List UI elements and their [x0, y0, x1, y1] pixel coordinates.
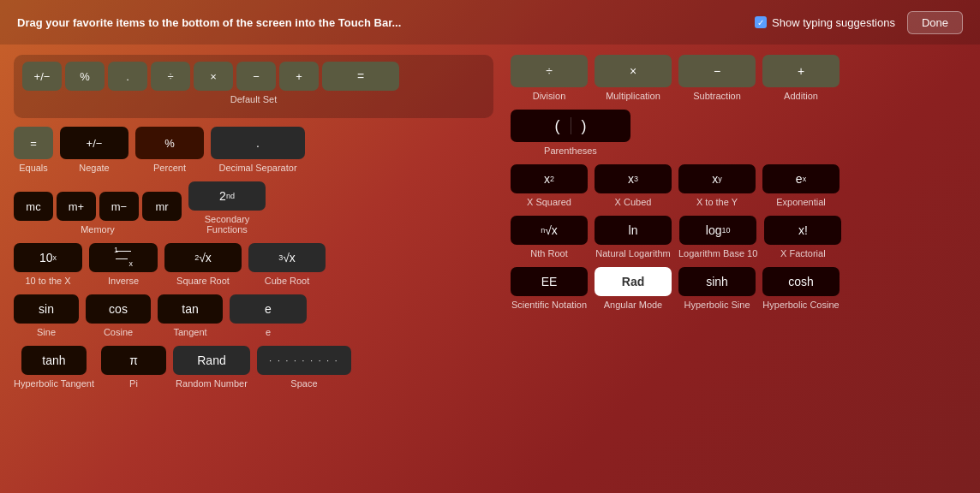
key-secondary[interactable]: 2nd — [188, 181, 266, 211]
left-panel: +/− % . ÷ × − + = Default Set = Equals +… — [14, 55, 493, 397]
item-secondary: 2nd SecondaryFunctions — [188, 181, 266, 235]
label-addition: Addition — [784, 91, 818, 101]
label-sin: Sine — [37, 327, 56, 337]
header-controls: ✓ Show typing suggestions Done — [755, 11, 963, 34]
key-10x[interactable]: 10x — [14, 243, 82, 272]
key-multiplication[interactable]: × — [595, 55, 672, 87]
key-add-default[interactable]: + — [279, 62, 319, 91]
key-ee[interactable]: EE — [511, 267, 588, 296]
item-cos: cos Cosine — [86, 294, 151, 337]
label-inverse: Inverse — [108, 276, 139, 286]
default-set-container: +/− % . ÷ × − + = Default Set — [14, 55, 493, 118]
show-typing-label: Show typing suggestions — [772, 16, 895, 29]
key-tan[interactable]: tan — [158, 294, 223, 324]
item-parentheses: ( ) Parentheses — [511, 110, 630, 156]
key-inverse[interactable]: 1—x — [89, 243, 158, 272]
key-cuberoot[interactable]: 3√x — [248, 243, 326, 272]
key-xsquared[interactable]: x2 — [511, 164, 588, 193]
header: Drag your favorite items to the bottom o… — [0, 0, 980, 45]
key-decimal[interactable]: . — [211, 127, 305, 159]
key-plusminus[interactable]: +/− — [22, 62, 62, 91]
item-negate: +/− Negate — [60, 127, 128, 173]
key-multiply-default[interactable]: × — [194, 62, 233, 91]
item-rad: Rad Angular Mode — [595, 267, 672, 310]
key-division[interactable]: ÷ — [511, 55, 588, 87]
item-equals: = Equals — [14, 127, 53, 173]
key-space[interactable]: · · · · · · · · · — [257, 346, 351, 375]
label-memory: Memory — [81, 224, 115, 235]
key-addition[interactable]: + — [762, 55, 840, 87]
item-xtoy: xy X to the Y — [678, 164, 756, 207]
key-sin[interactable]: sin — [14, 294, 79, 324]
default-set-row: +/− % . ÷ × − + = — [22, 62, 485, 91]
label-xtoy: X to the Y — [696, 197, 738, 207]
item-ee: EE Scientific Notation — [511, 267, 588, 310]
item-tan: tan Tangent — [158, 294, 223, 337]
show-typing-checkbox[interactable]: ✓ — [755, 16, 767, 28]
item-addition: + Addition — [762, 55, 840, 101]
key-percent-default[interactable]: % — [65, 62, 105, 91]
item-sinh: sinh Hyperbolic Sine — [678, 267, 756, 310]
key-percent[interactable]: % — [135, 127, 204, 159]
key-mminus[interactable]: m− — [99, 192, 139, 221]
right-panel: ÷ Division × Multiplication − Subtractio… — [511, 55, 966, 397]
key-equals[interactable]: = — [14, 127, 53, 159]
item-log10: log10 Logarithm Base 10 — [678, 216, 757, 258]
key-factorial[interactable]: x! — [764, 216, 841, 245]
row-log-right: n√x Nth Root ln Natural Logarithm log10 … — [511, 216, 966, 258]
key-exp[interactable]: ex — [762, 164, 840, 193]
key-sinh[interactable]: sinh — [678, 267, 756, 296]
key-nthroot[interactable]: n√x — [511, 216, 588, 245]
item-tanh: tanh Hyperbolic Tangent — [14, 346, 94, 389]
row-trig-left: sin Sine cos Cosine tan Tangent e e — [14, 294, 493, 337]
key-mr[interactable]: mr — [142, 192, 182, 221]
key-subtraction[interactable]: − — [678, 55, 756, 87]
show-typing-option[interactable]: ✓ Show typing suggestions — [755, 16, 895, 29]
label-decimal: Decimal Separator — [218, 163, 296, 173]
key-subtract-default[interactable]: − — [236, 62, 276, 91]
label-cuberoot: Cube Root — [265, 276, 310, 286]
row-parens: ( ) Parentheses — [511, 110, 966, 156]
done-button[interactable]: Done — [907, 11, 963, 34]
key-decimal-default[interactable]: . — [108, 62, 147, 91]
key-xtoy[interactable]: xy — [678, 164, 756, 193]
label-exp: Exponential — [776, 197, 826, 207]
label-secondary: SecondaryFunctions — [205, 214, 250, 235]
label-xcubed: X Cubed — [615, 197, 652, 207]
label-division: Division — [533, 91, 566, 101]
label-sinh: Hyperbolic Sine — [684, 300, 750, 310]
label-factorial: X Factorial — [780, 248, 826, 258]
key-divide-default[interactable]: ÷ — [151, 62, 190, 91]
label-sqroot: Square Root — [176, 276, 230, 286]
key-cos[interactable]: cos — [86, 294, 151, 324]
item-xsquared: x2 X Squared — [511, 164, 588, 207]
key-log10[interactable]: log10 — [679, 216, 756, 245]
key-sqroot[interactable]: 2√x — [164, 243, 242, 272]
key-ln[interactable]: ln — [595, 216, 672, 245]
key-parentheses[interactable]: ( ) — [511, 110, 630, 142]
row-memory: mc m+ m− mr Memory 2nd SecondaryFunction… — [14, 181, 493, 235]
label-rad: Angular Mode — [604, 300, 663, 310]
key-tanh[interactable]: tanh — [21, 346, 87, 375]
key-xcubed[interactable]: x3 — [595, 164, 672, 193]
key-rad[interactable]: Rad — [595, 267, 672, 296]
key-equals-default[interactable]: = — [322, 62, 399, 91]
key-e[interactable]: e — [230, 294, 307, 324]
label-tan: Tangent — [173, 327, 206, 337]
key-pi[interactable]: π — [101, 346, 166, 375]
label-e: e — [266, 327, 271, 337]
label-pi: Pi — [129, 378, 138, 389]
item-exp: ex Exponential — [762, 164, 840, 207]
item-cosh: cosh Hyperbolic Cosine — [762, 267, 840, 310]
key-cosh[interactable]: cosh — [762, 267, 840, 296]
key-mplus[interactable]: m+ — [57, 192, 96, 221]
key-negate[interactable]: +/− — [60, 127, 128, 159]
instruction-text: Drag your favorite items to the bottom o… — [17, 16, 401, 29]
key-mc[interactable]: mc — [14, 192, 53, 221]
item-ln: ln Natural Logarithm — [595, 216, 672, 258]
item-e: e e — [230, 294, 307, 337]
key-rand[interactable]: Rand — [173, 346, 250, 375]
item-division: ÷ Division — [511, 55, 588, 101]
row-basic-ops: = Equals +/− Negate % Percent . Decimal … — [14, 127, 493, 173]
content-area: +/− % . ÷ × − + = Default Set = Equals +… — [0, 45, 980, 407]
